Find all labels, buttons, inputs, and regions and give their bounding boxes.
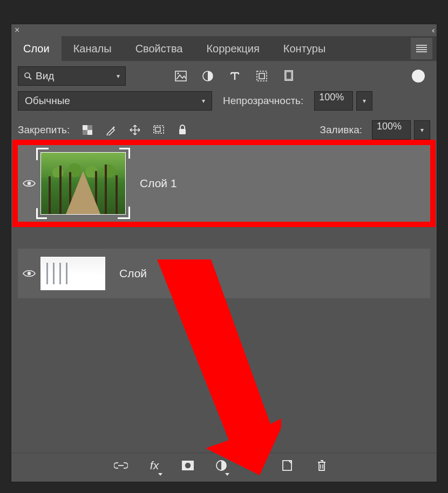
link-layers-icon[interactable]: [114, 458, 128, 473]
layer-row-2[interactable]: Слой: [18, 249, 430, 298]
svg-rect-6: [259, 73, 264, 79]
shape-layer-filter-icon[interactable]: [255, 70, 268, 83]
lock-artboard-icon[interactable]: [153, 124, 165, 136]
adjustment-layer-icon[interactable]: [214, 458, 228, 473]
svg-point-3: [177, 72, 179, 74]
svg-point-0: [25, 73, 30, 78]
svg-rect-8: [286, 72, 291, 79]
panel-menu-button[interactable]: [411, 38, 432, 59]
panel-tabs: Слои Каналы Свойства Коррекция Контуры: [11, 36, 411, 61]
svg-rect-5: [257, 71, 267, 81]
chevron-down-icon: ▾: [363, 97, 366, 105]
smart-object-filter-icon[interactable]: [282, 70, 295, 83]
fill-input[interactable]: 100%: [372, 120, 411, 140]
lock-label: Закрепить:: [18, 124, 70, 136]
panel-topbar: × ‹‹: [11, 24, 437, 36]
tab-adjustments[interactable]: Коррекция: [194, 36, 271, 61]
svg-point-19: [185, 462, 191, 468]
layer-row-1[interactable]: Слой 1: [18, 145, 430, 222]
svg-rect-15: [179, 129, 186, 134]
visibility-toggle[interactable]: [18, 269, 40, 278]
type-layer-filter-icon[interactable]: [228, 70, 241, 83]
svg-point-17: [28, 272, 31, 275]
new-layer-icon[interactable]: [281, 458, 295, 473]
svg-rect-10: [87, 130, 92, 135]
close-icon[interactable]: ×: [15, 25, 19, 35]
lock-pixels-icon[interactable]: [105, 124, 117, 136]
opacity-control: 100% ▾: [314, 91, 372, 111]
tab-paths[interactable]: Контуры: [271, 36, 337, 61]
filter-kind-label: Вид: [36, 70, 54, 82]
dropdown-triangle-icon: [225, 473, 229, 476]
fill-label: Заливка:: [320, 124, 362, 136]
svg-rect-12: [83, 130, 87, 135]
lock-position-icon[interactable]: [129, 124, 141, 136]
lock-transparency-icon[interactable]: [82, 124, 93, 136]
lock-all-icon[interactable]: [177, 124, 188, 136]
layer-name[interactable]: Слой: [119, 267, 147, 280]
delete-layer-icon[interactable]: [315, 458, 329, 473]
add-mask-icon[interactable]: [181, 458, 195, 473]
tab-layers[interactable]: Слои: [11, 36, 62, 61]
layer-name[interactable]: Слой 1: [140, 177, 177, 190]
fx-text: fx: [150, 459, 159, 472]
filter-row: Вид ▾: [11, 61, 437, 91]
opacity-dropdown[interactable]: ▾: [356, 91, 372, 111]
pixel-layer-filter-icon[interactable]: [174, 70, 187, 83]
chevron-down-icon: ▾: [202, 97, 205, 105]
svg-rect-11: [87, 125, 92, 130]
hamburger-icon: [416, 45, 427, 52]
new-group-icon[interactable]: [248, 458, 262, 473]
filter-type-icons: [174, 70, 295, 83]
layer-style-icon[interactable]: fx: [147, 458, 161, 473]
chevron-down-icon: ▾: [117, 72, 120, 80]
collapse-icon[interactable]: ‹‹: [432, 26, 433, 35]
chevron-down-icon: ▾: [420, 126, 424, 134]
layers-bottom-toolbar: fx: [11, 453, 437, 477]
fill-control: 100% ▾: [372, 120, 430, 140]
fill-dropdown[interactable]: ▾: [414, 120, 430, 140]
opacity-input[interactable]: 100%: [314, 91, 353, 111]
search-icon: [24, 72, 32, 80]
layers-panel: × ‹‹ Слои Каналы Свойства Коррекция Конт…: [11, 24, 437, 482]
visibility-toggle[interactable]: [18, 179, 40, 188]
svg-rect-9: [83, 125, 87, 130]
dropdown-triangle-icon: [158, 473, 162, 476]
tab-channels[interactable]: Каналы: [62, 36, 124, 61]
opacity-label: Непрозрачность:: [223, 95, 303, 107]
layer-thumbnail[interactable]: [40, 257, 105, 290]
adjustment-layer-filter-icon[interactable]: [201, 70, 214, 83]
svg-line-1: [29, 77, 31, 79]
tab-properties[interactable]: Свойства: [124, 36, 195, 61]
svg-point-16: [28, 182, 31, 185]
lock-row: Закрепить: Заливка: 100% ▾: [11, 116, 437, 144]
layer-filter-select[interactable]: Вид ▾: [18, 66, 126, 86]
blend-mode-value: Обычные: [25, 95, 70, 107]
layers-list: Слой 1 Слой: [11, 144, 437, 298]
filter-toggle[interactable]: [412, 70, 425, 83]
blend-mode-select[interactable]: Обычные ▾: [18, 91, 212, 111]
layer-thumbnail[interactable]: [40, 152, 126, 215]
lock-icons: [82, 124, 188, 136]
svg-rect-14: [155, 127, 160, 132]
blend-row: Обычные ▾ Непрозрачность: 100% ▾: [11, 91, 437, 116]
tabs-row: Слои Каналы Свойства Коррекция Контуры: [11, 36, 437, 61]
